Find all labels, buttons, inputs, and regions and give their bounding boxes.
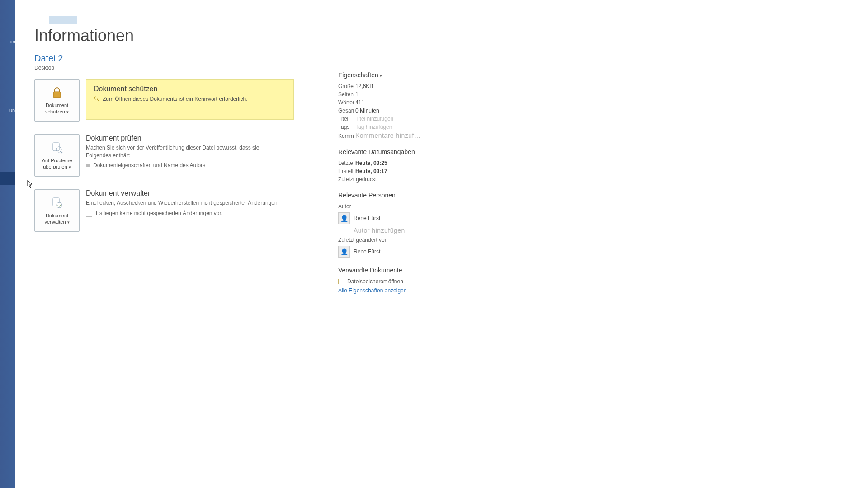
lastmod-name: Rene Fürst bbox=[354, 249, 380, 255]
page-title: Informationen bbox=[34, 26, 294, 45]
bullet-icon bbox=[86, 164, 90, 167]
inspect-subtitle: Machen Sie sich vor der Veröffentlichung… bbox=[86, 144, 280, 160]
tile-label: Auf Problemeüberprüfen ▾ bbox=[42, 158, 72, 170]
lastmod-person-row[interactable]: 👤 Rene Fürst bbox=[338, 246, 474, 258]
prop-key-tags: Tags bbox=[338, 124, 354, 130]
sidebar-item-active[interactable] bbox=[0, 172, 15, 185]
prop-val-pages: 1 bbox=[355, 91, 359, 98]
top-bar-placeholder bbox=[49, 16, 77, 24]
document-icon bbox=[86, 210, 92, 217]
inspect-icon bbox=[50, 141, 64, 155]
manage-subtitle: Einchecken, Auschecken und Wiederherstel… bbox=[86, 199, 279, 207]
manage-icon bbox=[50, 196, 64, 210]
svg-rect-0 bbox=[53, 92, 61, 98]
tile-label: Dokumentschützen ▾ bbox=[45, 103, 69, 115]
chevron-down-icon: ▾ bbox=[67, 220, 70, 225]
document-title: Datei 2 bbox=[34, 53, 294, 64]
key-icon bbox=[94, 96, 100, 102]
protect-subtitle: Zum Öffnen dieses Dokuments ist ein Kenn… bbox=[103, 96, 248, 102]
svg-point-5 bbox=[57, 202, 62, 208]
date-key-lastmod: Letzte Änderung bbox=[338, 160, 354, 166]
prop-key-comments: Kommentare bbox=[338, 133, 354, 139]
prop-key-title: Titel bbox=[338, 116, 354, 122]
prop-key-pages: Seiten bbox=[338, 91, 354, 98]
chevron-down-icon: ▾ bbox=[380, 74, 382, 78]
people-key-author: Autor bbox=[338, 203, 354, 210]
properties-heading[interactable]: Eigenschaften▾ bbox=[338, 71, 474, 79]
author-name: Rene Fürst bbox=[354, 215, 380, 221]
prop-val-size: 12,6KB bbox=[355, 83, 373, 89]
date-key-printed: Zuletzt gedruckt bbox=[338, 176, 377, 183]
protect-document-card: Dokument schützen Zum Öffnen dieses Doku… bbox=[86, 79, 294, 120]
avatar-icon: 👤 bbox=[338, 212, 350, 224]
manage-info-line: Es liegen keine nicht gespeicherten Ände… bbox=[86, 210, 279, 217]
inspect-bullet: Dokumenteigenschaften und Name des Autor… bbox=[86, 162, 280, 169]
prop-key-words: Wörter bbox=[338, 99, 354, 106]
prop-val-edit: 0 Minuten bbox=[355, 108, 379, 114]
date-val-created: Heute, 03:17 bbox=[355, 168, 387, 174]
prop-key-size: Größe bbox=[338, 83, 354, 89]
backstage-sidebar: onen unter n bbox=[0, 0, 15, 488]
inspect-title: Dokument prüfen bbox=[86, 134, 280, 142]
date-key-created: Erstellt bbox=[338, 168, 354, 174]
protect-title: Dokument schützen bbox=[94, 85, 286, 93]
lock-icon bbox=[50, 85, 64, 100]
prop-key-edit: Gesamtbearbeitungszeit bbox=[338, 108, 354, 114]
protect-document-button[interactable]: Dokumentschützen ▾ bbox=[34, 79, 80, 122]
prop-val-words: 411 bbox=[355, 99, 364, 106]
add-author-field[interactable]: Autor hinzufügen bbox=[354, 227, 474, 234]
people-heading: Relevante Personen bbox=[338, 192, 474, 199]
date-val-lastmod: Heute, 03:25 bbox=[355, 160, 387, 166]
manage-document-button[interactable]: Dokumentverwalten ▾ bbox=[34, 189, 80, 232]
avatar-icon: 👤 bbox=[338, 246, 350, 258]
folder-icon bbox=[338, 279, 344, 284]
prop-val-tags[interactable]: Tag hinzufügen bbox=[355, 124, 392, 130]
chevron-down-icon: ▾ bbox=[66, 110, 69, 114]
properties-panel: Eigenschaften▾ Größe12,6KB Seiten1 Wörte… bbox=[338, 0, 474, 488]
open-file-location[interactable]: Dateispeicherort öffnen bbox=[338, 278, 474, 285]
prop-val-comments[interactable]: Kommentare hinzuf… bbox=[355, 132, 420, 139]
prop-val-title[interactable]: Titel hinzufügen bbox=[355, 116, 393, 122]
manage-title: Dokument verwalten bbox=[86, 189, 279, 197]
people-key-lastmod: Zuletzt geändert von bbox=[338, 237, 387, 243]
dates-heading: Relevante Datumsangaben bbox=[338, 148, 474, 155]
show-all-properties-link[interactable]: Alle Eigenschaften anzeigen bbox=[338, 287, 406, 294]
document-location: Desktop bbox=[34, 65, 294, 71]
chevron-down-icon: ▾ bbox=[69, 165, 71, 169]
author-row[interactable]: 👤 Rene Fürst bbox=[338, 212, 474, 224]
check-issues-button[interactable]: Auf Problemeüberprüfen ▾ bbox=[34, 134, 80, 177]
related-heading: Verwandte Dokumente bbox=[338, 267, 474, 274]
tile-label: Dokumentverwalten ▾ bbox=[44, 213, 69, 225]
